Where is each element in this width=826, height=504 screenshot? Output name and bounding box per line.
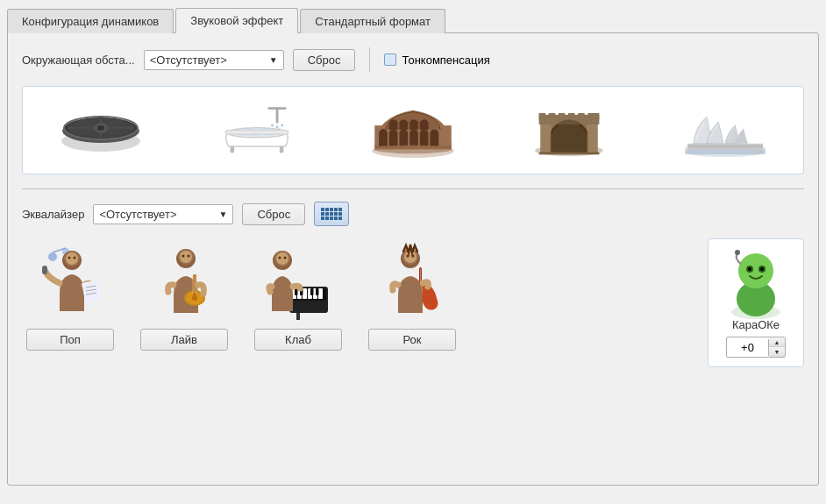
svg-rect-80	[316, 288, 319, 295]
spinner-down-button[interactable]: ▼	[769, 347, 785, 357]
env-dropdown[interactable]: <Отсутствует> ▼	[144, 50, 284, 70]
genre-pop-button[interactable]: Поп	[26, 329, 114, 351]
colosseum-svg	[369, 100, 457, 161]
svg-point-51	[74, 256, 76, 259]
svg-rect-32	[539, 113, 545, 119]
genre-rock-button[interactable]: Рок	[368, 329, 456, 351]
svg-rect-43	[687, 146, 763, 147]
genre-live: Лайв	[136, 238, 232, 367]
svg-rect-38	[593, 113, 599, 119]
karaoke-icon	[725, 246, 787, 321]
pop-icon	[35, 241, 105, 320]
separator	[22, 188, 804, 189]
svg-point-86	[284, 256, 287, 259]
room-bath-icon	[213, 97, 301, 163]
toncomp-row: Тонкомпенсация	[384, 53, 489, 67]
svg-rect-21	[280, 146, 284, 153]
genre-rock-figure	[368, 238, 456, 322]
chevron-down-icon-eq: ▼	[218, 209, 227, 219]
genre-items: Поп	[22, 238, 699, 367]
toncomp-checkbox[interactable]	[384, 53, 396, 66]
svg-rect-79	[310, 288, 314, 295]
genre-live-button[interactable]: Лайв	[140, 329, 228, 351]
svg-point-13	[271, 124, 274, 126]
eq-dropdown[interactable]: <Отсутствует> ▼	[93, 204, 233, 224]
eq-row: Эквалайзер <Отсутствует> ▼ Сброс	[22, 202, 804, 226]
svg-rect-53	[82, 280, 101, 302]
room-colosseum-icon	[369, 97, 457, 163]
genre-club-button[interactable]: Клаб	[254, 329, 342, 351]
arch-svg	[530, 102, 609, 159]
svg-point-60	[182, 254, 185, 257]
spinner-buttons: ▲ ▼	[769, 337, 785, 357]
svg-rect-34	[559, 113, 565, 119]
karaoke-panel: КараОКе ▲ ▼	[708, 238, 804, 367]
svg-point-89	[404, 251, 417, 263]
opera-svg	[681, 102, 769, 159]
svg-rect-73	[303, 288, 307, 299]
tab-content-effects: Окружающая обста... <Отсутствует> ▼ Сбро…	[7, 32, 819, 486]
tab-effects[interactable]: Звуковой эффект	[175, 8, 298, 33]
svg-point-98	[748, 267, 751, 271]
room-opera-icon	[681, 97, 769, 163]
svg-rect-39	[539, 153, 600, 155]
svg-point-15	[281, 124, 283, 126]
bath-svg	[217, 104, 296, 157]
tab-bar: Конфигурация динамиков Звуковой эффект С…	[0, 0, 826, 32]
genre-rock: Рок	[364, 238, 460, 367]
grid-icon	[321, 208, 342, 220]
eq-reset-button[interactable]: Сброс	[242, 203, 305, 225]
svg-point-101	[735, 250, 740, 255]
env-row: Окружающая обста... <Отсутствует> ▼ Сбро…	[22, 47, 804, 72]
tab-format[interactable]: Стандартный формат	[300, 9, 445, 33]
svg-point-50	[68, 256, 71, 259]
room-disk[interactable]	[57, 97, 145, 163]
club-icon	[263, 241, 333, 320]
karaoke-value-input[interactable]	[727, 339, 769, 356]
svg-rect-52	[42, 266, 47, 274]
svg-point-49	[66, 252, 78, 265]
chevron-down-icon: ▼	[269, 55, 278, 65]
svg-point-84	[276, 252, 288, 265]
svg-rect-22	[225, 130, 288, 134]
divider	[369, 47, 370, 72]
karaoke-figure	[725, 248, 787, 318]
karaoke-label: КараОКе	[732, 318, 780, 331]
room-opera[interactable]	[681, 97, 769, 163]
live-icon	[149, 241, 219, 320]
room-image-strip	[22, 86, 804, 174]
room-arch-icon	[525, 97, 613, 163]
svg-point-14	[276, 125, 279, 128]
svg-rect-20	[231, 146, 235, 153]
svg-point-44	[48, 252, 57, 261]
svg-rect-81	[296, 313, 300, 320]
svg-point-96	[738, 253, 773, 288]
toncomp-label: Тонкомпенсация	[402, 53, 489, 67]
genre-pop: Поп	[22, 238, 118, 367]
env-label: Окружающая обста...	[22, 53, 135, 67]
svg-point-85	[279, 256, 281, 259]
genre-section: Поп	[22, 238, 804, 367]
svg-rect-76	[318, 288, 323, 299]
disk-svg	[60, 104, 143, 157]
eq-dropdown-value: <Отсутствует>	[99, 208, 176, 221]
svg-point-59	[180, 251, 192, 263]
karaoke-spinner: ▲ ▼	[726, 337, 786, 358]
svg-rect-36	[578, 113, 584, 119]
svg-rect-30	[587, 122, 597, 153]
svg-rect-35	[568, 113, 574, 119]
svg-rect-33	[549, 113, 555, 119]
env-reset-button[interactable]: Сброс	[293, 49, 356, 71]
room-bath[interactable]	[213, 97, 301, 163]
svg-point-9	[97, 125, 104, 131]
eq-grid-button[interactable]	[314, 202, 349, 226]
rock-icon	[377, 241, 447, 320]
tab-speakers[interactable]: Конфигурация динамиков	[7, 9, 174, 33]
room-colosseum[interactable]	[369, 97, 457, 163]
svg-point-26	[374, 145, 452, 153]
genre-pop-figure	[26, 238, 114, 322]
main-container: Конфигурация динамиков Звуковой эффект С…	[0, 0, 826, 504]
room-arch[interactable]	[525, 97, 613, 163]
spinner-up-button[interactable]: ▲	[769, 337, 785, 347]
svg-rect-29	[541, 122, 552, 153]
